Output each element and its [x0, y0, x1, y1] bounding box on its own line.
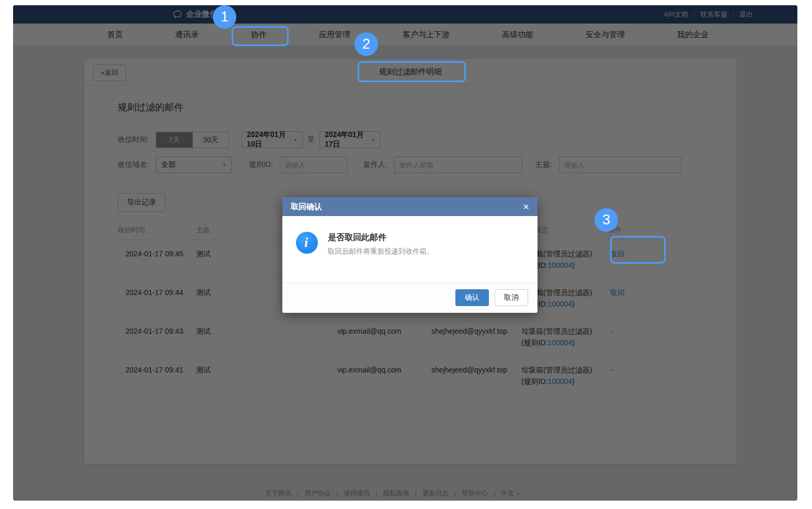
info-icon: i	[296, 232, 318, 254]
dialog-title: 取回确认	[291, 202, 322, 212]
screenshot-frame: 企业微信 API文档 | 联系客服 | 退出 首页 通讯录 协作 应用管理 客户…	[13, 5, 797, 501]
step-badge-3: 3	[594, 208, 618, 232]
highlight-box-retrieve-link	[610, 236, 666, 264]
dialog-message-title: 是否取回此邮件	[328, 232, 434, 243]
retrieve-confirm-dialog: 取回确认 × i 是否取回此邮件 取回后邮件将重新投递到收件箱。 确认 取消	[282, 197, 537, 313]
cancel-button[interactable]: 取消	[495, 289, 528, 306]
dialog-message: 是否取回此邮件 取回后邮件将重新投递到收件箱。	[328, 232, 434, 277]
highlight-box-collaboration-tab	[232, 26, 289, 46]
step-badge-1: 1	[213, 5, 236, 29]
step-badge-2: 2	[354, 32, 378, 56]
dialog-body: i 是否取回此邮件 取回后邮件将重新投递到收件箱。	[282, 216, 537, 282]
highlight-box-page-title	[358, 61, 466, 82]
dialog-message-desc: 取回后邮件将重新投递到收件箱。	[328, 247, 434, 256]
dialog-footer: 确认 取消	[282, 282, 537, 313]
close-icon[interactable]: ×	[523, 201, 529, 212]
dialog-header: 取回确认 ×	[282, 197, 537, 216]
confirm-button[interactable]: 确认	[455, 289, 489, 306]
